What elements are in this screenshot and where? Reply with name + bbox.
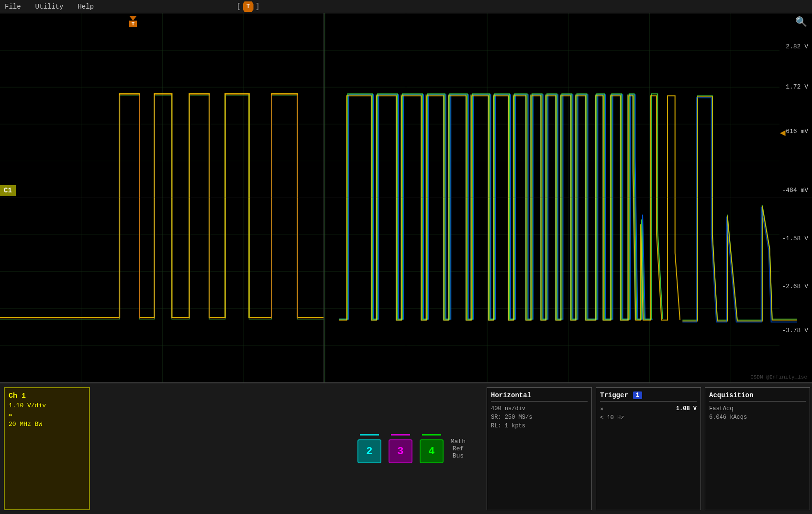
- c1-label: C1: [0, 185, 16, 196]
- menu-help[interactable]: Help: [78, 3, 94, 11]
- bracket-left: [: [236, 2, 241, 11]
- trigger-symbol: ✕: [600, 405, 603, 413]
- voltage-neg484mv: -484 mV: [782, 187, 808, 194]
- ch2-group: 2: [357, 434, 381, 463]
- ch4-color-bar: [422, 434, 441, 436]
- ch1-bw: 20 MHz BW: [9, 421, 85, 428]
- ref-label: Ref: [453, 445, 464, 452]
- bus-label: Bus: [453, 452, 464, 459]
- horizontal-row-3: RL: 1 kpts: [491, 423, 588, 429]
- acquisition-count: 6.046 kAcqs: [709, 414, 747, 421]
- horizontal-title: Horizontal: [491, 391, 588, 402]
- math-label: Math: [451, 438, 466, 445]
- trigger-badge: 1: [633, 391, 642, 399]
- voltage-616mv: 616 mV: [786, 128, 808, 135]
- acquisition-row-1: FastAcq: [709, 405, 806, 412]
- watermark: CSDN @Infinity_lsc: [750, 374, 807, 380]
- horizontal-row-2: SR: 250 MS/s: [491, 414, 588, 421]
- trigger-t-icon: T: [243, 1, 254, 12]
- horizontal-panel: Horizontal 400 ns/div SR: 250 MS/s RL: 1…: [487, 387, 592, 510]
- trigger-row-2: < 10 Hz: [600, 414, 697, 421]
- acquisition-mode: FastAcq: [709, 405, 733, 412]
- bottom-panel: Ch 1 1.10 V/div ⇔ 20 MHz BW 2 3 4 Math R…: [0, 382, 812, 514]
- trigger-freq: < 10 Hz: [600, 414, 624, 421]
- acquisition-row-2: 6.046 kAcqs: [709, 414, 806, 421]
- ch2-color-bar: [360, 434, 379, 436]
- ch1-info-box: Ch 1 1.10 V/div ⇔ 20 MHz BW: [4, 387, 90, 510]
- ch3-color-bar: [391, 434, 410, 436]
- ch1-symbol: ⇔: [9, 411, 85, 419]
- trigger-title: Trigger 1: [600, 391, 697, 402]
- horizontal-tscale: 400 ns/div: [491, 405, 525, 412]
- scope-screen: T: [0, 13, 812, 382]
- menu-utility[interactable]: Utility: [35, 3, 64, 11]
- ch2-button[interactable]: 2: [357, 439, 381, 463]
- trigger-row-1: ✕ 1.08 V: [600, 405, 697, 413]
- voltage-neg1-58: -1.58 V: [782, 235, 808, 242]
- menu-bar: File Utility Help [ T ]: [0, 0, 812, 13]
- menu-file[interactable]: File: [5, 3, 21, 11]
- search-icon[interactable]: 🔍: [795, 16, 807, 28]
- trigger-panel: Trigger 1 ✕ 1.08 V < 10 Hz: [596, 387, 701, 510]
- ch3-group: 3: [389, 434, 412, 463]
- acquisition-title: Acquisition: [709, 391, 806, 402]
- ch4-button[interactable]: 4: [420, 439, 444, 463]
- ch1-title: Ch 1: [9, 392, 85, 400]
- trigger-voltage: 1.08 V: [676, 405, 697, 413]
- arrow-indicator: ◄: [780, 128, 786, 139]
- bracket-right: ]: [256, 2, 260, 11]
- horizontal-rl: RL: 1 kpts: [491, 423, 525, 429]
- horizontal-sr: SR: 250 MS/s: [491, 414, 532, 421]
- ch3-button[interactable]: 3: [389, 439, 412, 463]
- acquisition-panel: Acquisition FastAcq 6.046 kAcqs: [705, 387, 810, 510]
- voltage-neg3-78: -3.78 V: [782, 327, 808, 334]
- ch1-vdiv: 1.10 V/div: [9, 402, 85, 409]
- voltage-2-82: 2.82 V: [786, 43, 808, 50]
- channel-buttons-area: 2 3 4 Math Ref Bus: [280, 383, 476, 514]
- voltage-neg2-68: -2.68 V: [782, 283, 808, 290]
- trigger-line: [ T ]: [234, 0, 812, 13]
- math-ref-bus-labels: Math Ref Bus: [451, 438, 466, 459]
- voltage-1-72: 1.72 V: [786, 83, 808, 90]
- ch4-group: 4: [420, 434, 444, 463]
- horizontal-row-1: 400 ns/div: [491, 405, 588, 412]
- waveform-display: [0, 13, 812, 382]
